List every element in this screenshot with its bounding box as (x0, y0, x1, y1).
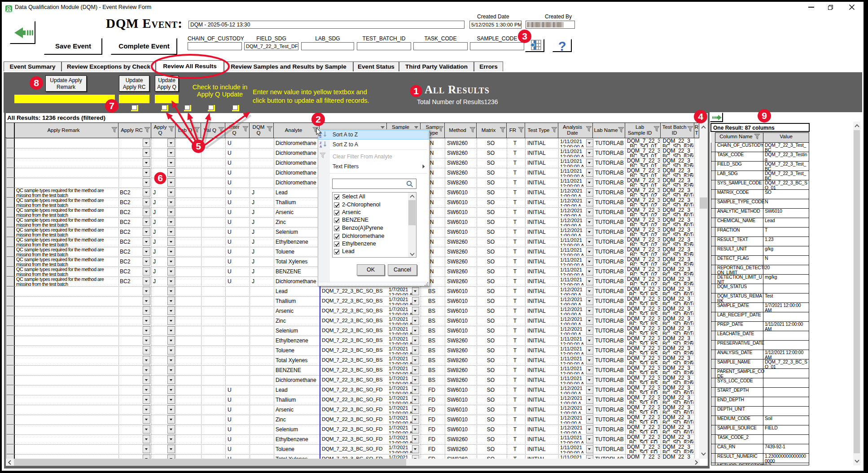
svg-text:A: A (320, 145, 322, 148)
